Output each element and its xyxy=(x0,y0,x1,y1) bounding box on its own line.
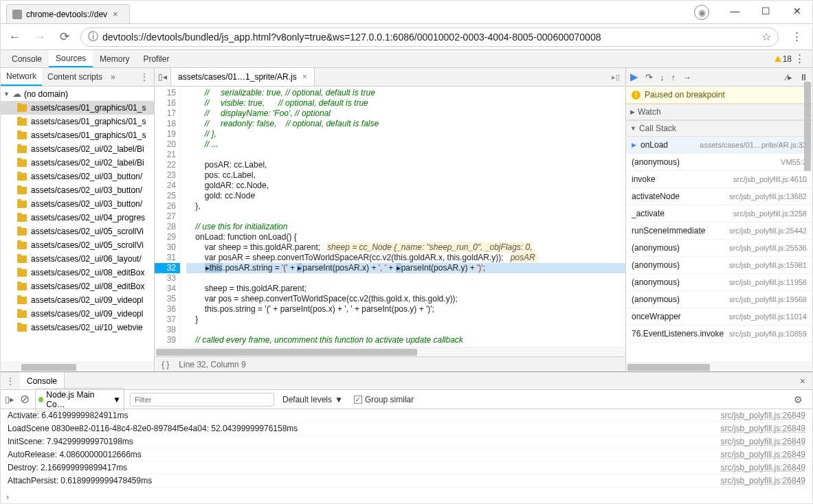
code-line[interactable]: pos: cc.Label, xyxy=(186,170,625,181)
group-similar-toggle[interactable]: ✓ Group similar xyxy=(351,393,416,406)
clear-console-icon[interactable]: ⊘ xyxy=(20,392,30,406)
tree-domain[interactable]: ▼ ☁ (no domain) xyxy=(1,87,154,101)
line-number[interactable]: 19 xyxy=(155,129,176,139)
line-number[interactable]: 24 xyxy=(155,181,176,191)
bookmark-icon[interactable]: ☆ xyxy=(761,30,771,43)
line-gutter[interactable]: 1516171819202122232425262728293031323334… xyxy=(155,87,181,347)
back-button[interactable]: ← xyxy=(6,27,23,47)
line-number[interactable]: 17 xyxy=(155,108,176,119)
step-over-button[interactable]: ↷ xyxy=(645,72,653,82)
reload-button[interactable]: ⟳ xyxy=(57,27,72,47)
tree-folder-item[interactable]: assets/cases/02_ui/03_button/ xyxy=(1,197,154,211)
console-settings-icon[interactable]: ⚙ xyxy=(788,394,808,405)
code-editor[interactable]: 1516171819202122232425262728293031323334… xyxy=(155,87,625,347)
tab-sources[interactable]: Sources xyxy=(49,50,93,67)
code-line[interactable]: goldAR: cc.Node, xyxy=(186,181,625,191)
tree-folder-item[interactable]: assets/cases/02_ui/10_webvie xyxy=(1,321,154,334)
line-number[interactable]: 39 xyxy=(155,335,176,345)
tree-folder-item[interactable]: assets/cases/02_ui/06_layout/ xyxy=(1,252,154,266)
navigator-more-icon[interactable]: » xyxy=(111,72,115,82)
minimize-button[interactable]: — xyxy=(720,1,750,21)
devtools-menu-icon[interactable]: ⋮ xyxy=(790,51,810,66)
line-number[interactable]: 30 xyxy=(155,242,176,253)
tree-folder-item[interactable]: assets/cases/02_ui/02_label/Bi xyxy=(1,156,154,170)
address-field[interactable]: ⓘ devtools://devtools/bundled/js_app.htm… xyxy=(80,27,779,47)
code-line[interactable]: this.pos.string = '(' + parseInt(pos.x) … xyxy=(186,304,625,314)
line-number[interactable]: 28 xyxy=(155,222,176,232)
profile-icon[interactable]: ◉ xyxy=(694,5,709,20)
code-line[interactable] xyxy=(186,150,625,160)
checkbox-icon[interactable]: ✓ xyxy=(354,396,362,404)
tree-folder-item[interactable]: assets/cases/02_ui/09_videopl xyxy=(1,293,154,307)
message-source-link[interactable]: src/jsb_polyfill.js:26849 xyxy=(721,476,805,485)
frame-location[interactable]: src/jsb_polyfill.js:25442 xyxy=(729,227,807,235)
code-line[interactable]: // }, xyxy=(186,129,625,139)
close-button[interactable]: ✕ xyxy=(781,1,812,21)
code-line[interactable]: var pos = sheep.convertToWorldSpace(cc.v… xyxy=(186,294,625,304)
tree-folder-item[interactable]: assets/cases/02_ui/04_progres xyxy=(1,211,154,225)
tree-folder-item[interactable]: assets/cases/01_graphics/01_s xyxy=(1,101,154,115)
code-line[interactable]: onLoad: function onLoad() { xyxy=(186,232,625,242)
tree-folder-item[interactable]: assets/cases/02_ui/05_scrollVi xyxy=(1,225,154,238)
line-number[interactable]: 20 xyxy=(155,139,176,150)
code-line[interactable]: // use this for initialization xyxy=(186,222,625,232)
navigator-h-scrollbar[interactable] xyxy=(1,362,154,371)
tab-console[interactable]: Console xyxy=(5,50,49,67)
code-line[interactable]: posAR: cc.Label, xyxy=(186,160,625,170)
code-line[interactable]: // called every frame, uncomment this fu… xyxy=(186,335,625,345)
line-number[interactable]: 36 xyxy=(155,304,176,314)
line-number[interactable]: 34 xyxy=(155,284,176,294)
code-line[interactable]: // serializable: true, // optional, defa… xyxy=(186,88,625,98)
code-line[interactable]: // ... xyxy=(186,139,625,150)
deactivate-breakpoints-button[interactable]: ⁄▸ xyxy=(786,72,792,82)
stack-frame[interactable]: invokesrc/jsb_polyfill.js:4610 xyxy=(626,171,812,188)
code-line[interactable] xyxy=(186,211,625,222)
line-number[interactable]: 15 xyxy=(155,88,176,98)
frame-location[interactable]: src/jsb_polyfill.js:25536 xyxy=(729,244,807,252)
collapse-icon[interactable]: ▼ xyxy=(3,91,10,98)
tree-folder-item[interactable]: assets/cases/02_ui/08_editBox xyxy=(1,279,154,293)
console-message[interactable]: AutoRelease: 4.08600000012666mssrc/jsb_p… xyxy=(1,448,812,461)
code-line[interactable]: // visible: true, // optional, default i… xyxy=(186,98,625,108)
line-number[interactable]: 18 xyxy=(155,119,176,129)
stack-frame[interactable]: (anonymous)src/jsb_polyfill.js:15981 xyxy=(626,257,812,274)
line-number[interactable]: 21 xyxy=(155,150,176,160)
drawer-close-icon[interactable]: × xyxy=(793,376,812,387)
console-message[interactable]: AttachPersist: 0.6189999999478459mssrc/j… xyxy=(1,474,812,488)
code-line[interactable]: // displayName: 'Foo', // optional xyxy=(186,108,625,119)
tree-folder-item[interactable]: assets/cases/02_ui/03_button/ xyxy=(1,183,154,197)
console-filter-input[interactable] xyxy=(130,393,274,406)
message-source-link[interactable]: src/jsb_polyfill.js:26849 xyxy=(721,450,805,459)
stack-frame[interactable]: _activatesrc/jsb_polyfill.js:3258 xyxy=(626,205,812,222)
code-line[interactable]: sheep = this.goldAR.parent; xyxy=(186,284,625,294)
message-source-link[interactable]: src/jsb_polyfill.js:26849 xyxy=(721,463,805,472)
editor-file-tab[interactable]: assets/cases/01…1_sprite/AR.js × xyxy=(171,68,315,86)
frame-location[interactable]: src/jsb_polyfill.js:4610 xyxy=(733,175,807,183)
close-file-icon[interactable]: × xyxy=(302,72,307,82)
file-tree[interactable]: ▼ ☁ (no domain) assets/cases/01_graphics… xyxy=(1,87,154,362)
callstack-section-header[interactable]: ▼ Call Stack xyxy=(626,120,812,137)
frame-location[interactable]: src/jsb_polyfill.js:19568 xyxy=(729,295,807,303)
navigator-tab-network[interactable]: Network xyxy=(1,68,42,86)
maximize-button[interactable]: ☐ xyxy=(750,1,781,21)
code-line[interactable]: gold: cc.Node xyxy=(186,191,625,201)
line-number[interactable]: 33 xyxy=(155,273,176,284)
stack-frame[interactable]: 76.EventListeners.invokesrc/jsb_polyfill… xyxy=(626,325,812,343)
stack-frame[interactable]: runSceneImmediatesrc/jsb_polyfill.js:254… xyxy=(626,222,812,240)
line-number[interactable]: 32 xyxy=(155,263,180,273)
console-output[interactable]: Activate: 6.461999999824911mssrc/jsb_pol… xyxy=(1,409,812,491)
execution-context-select[interactable]: Node.js Main Co… ▼ xyxy=(35,388,124,411)
code-line[interactable]: }, xyxy=(186,201,625,211)
debugger-v-scrollbar[interactable] xyxy=(803,68,812,371)
resume-button[interactable]: ▶ xyxy=(630,71,638,83)
console-sidebar-toggle-icon[interactable]: ▯▸ xyxy=(5,394,14,404)
tab-memory[interactable]: Memory xyxy=(93,50,136,67)
line-number[interactable]: 25 xyxy=(155,191,176,201)
stack-frame[interactable]: (anonymous)src/jsb_polyfill.js:19568 xyxy=(626,291,812,308)
frame-location[interactable]: src/jsb_polyfill.js:11014 xyxy=(729,312,807,321)
tab-profiler[interactable]: Profiler xyxy=(136,50,176,67)
tree-folder-item[interactable]: assets/cases/02_ui/08_editBox xyxy=(1,266,154,279)
call-stack-list[interactable]: onLoadassets/cases/01…prite/AR.js:32(ano… xyxy=(626,137,812,362)
stack-frame[interactable]: activateNodesrc/jsb_polyfill.js:13682 xyxy=(626,188,812,205)
console-message[interactable]: LoadScene 0830ee82-0116-48c4-82e0-89784f… xyxy=(1,422,812,435)
